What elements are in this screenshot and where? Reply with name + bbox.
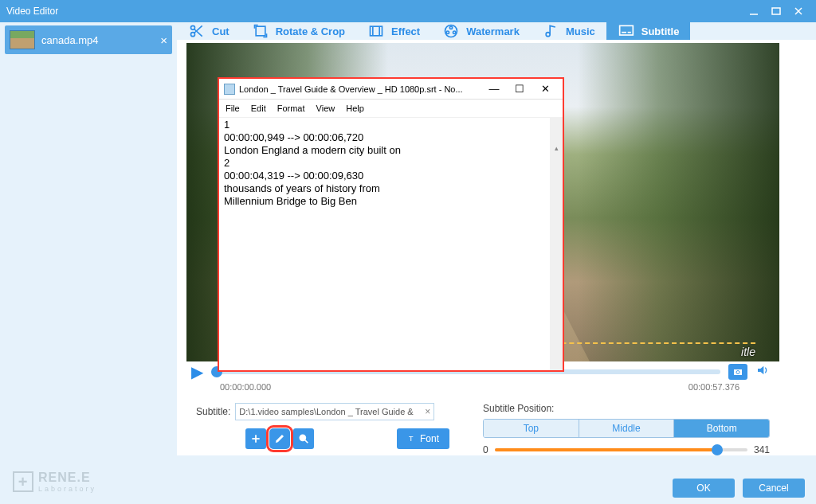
file-close-icon[interactable]: × bbox=[160, 33, 167, 47]
scroll-up-icon[interactable]: ▴ bbox=[550, 142, 563, 154]
app-title: Video Editor bbox=[6, 6, 58, 17]
svg-marker-22 bbox=[758, 366, 763, 375]
reel-icon bbox=[442, 22, 460, 40]
tool-tabs: Cut Rotate & Crop Effect Watermark Music… bbox=[177, 22, 816, 40]
tab-watermark[interactable]: Watermark bbox=[431, 22, 531, 40]
clear-subtitle-icon[interactable]: × bbox=[425, 406, 430, 417]
svg-line-26 bbox=[305, 440, 308, 443]
cancel-button[interactable]: Cancel bbox=[743, 479, 805, 498]
svg-point-15 bbox=[453, 31, 456, 33]
position-middle[interactable]: Middle bbox=[579, 420, 675, 437]
svg-rect-1 bbox=[772, 8, 780, 14]
music-note-icon bbox=[542, 22, 559, 40]
svg-rect-17 bbox=[619, 25, 633, 35]
ok-button[interactable]: OK bbox=[673, 479, 735, 498]
crop-icon bbox=[252, 22, 269, 40]
scissors-icon bbox=[188, 22, 206, 40]
tab-music[interactable]: Music bbox=[531, 22, 606, 40]
plus-icon: + bbox=[13, 471, 33, 492]
file-item[interactable]: canada.mp4 × bbox=[5, 25, 172, 54]
menu-format[interactable]: Format bbox=[277, 104, 305, 113]
tab-rotate-crop[interactable]: Rotate & Crop bbox=[241, 22, 356, 40]
svg-rect-9 bbox=[371, 26, 382, 36]
tab-cut[interactable]: Cut bbox=[177, 22, 241, 40]
tab-subtitle[interactable]: Subtitle bbox=[606, 22, 691, 40]
brand-watermark: + RENE.E Laboratory bbox=[13, 471, 96, 493]
notepad-menubar: File Edit Format View Help bbox=[219, 100, 563, 117]
subtitle-position-label: Subtitle Position: bbox=[483, 403, 770, 414]
svg-point-13 bbox=[450, 26, 453, 29]
time-start: 00:00:00.000 bbox=[220, 382, 271, 392]
snapshot-button[interactable] bbox=[728, 364, 747, 380]
notepad-minimize-button[interactable]: — bbox=[481, 83, 507, 95]
position-top[interactable]: Top bbox=[484, 420, 579, 437]
menu-view[interactable]: View bbox=[316, 104, 335, 113]
subtitle-path-input[interactable] bbox=[235, 403, 434, 420]
notepad-maximize-button[interactable]: ☐ bbox=[507, 83, 532, 95]
notepad-scrollbar[interactable]: ▴ bbox=[550, 118, 563, 370]
add-subtitle-button[interactable] bbox=[245, 428, 266, 449]
position-max: 341 bbox=[754, 444, 770, 455]
menu-file[interactable]: File bbox=[226, 104, 240, 113]
notepad-close-button[interactable]: ✕ bbox=[532, 83, 558, 95]
notepad-window[interactable]: London _ Travel Guide & Overview _ HD 10… bbox=[218, 77, 564, 372]
svg-point-14 bbox=[446, 31, 449, 33]
notepad-app-icon bbox=[224, 84, 235, 95]
svg-point-25 bbox=[300, 435, 305, 440]
subtitle-preview-text: itle bbox=[741, 346, 755, 358]
font-button[interactable]: T Font bbox=[397, 428, 449, 449]
titlebar: Video Editor bbox=[0, 0, 816, 22]
tab-effect[interactable]: Effect bbox=[356, 22, 431, 40]
minimize-button[interactable] bbox=[743, 3, 765, 19]
file-sidebar: canada.mp4 × bbox=[0, 22, 177, 450]
subtitle-path-label: Subtitle: bbox=[196, 406, 230, 417]
notepad-title: London _ Travel Guide & Overview _ HD 10… bbox=[239, 84, 463, 94]
film-icon bbox=[367, 22, 385, 40]
notepad-titlebar[interactable]: London _ Travel Guide & Overview _ HD 10… bbox=[219, 79, 563, 100]
position-tabs: Top Middle Bottom bbox=[483, 419, 770, 438]
volume-icon[interactable] bbox=[755, 364, 770, 380]
search-subtitle-button[interactable] bbox=[293, 428, 314, 449]
position-min: 0 bbox=[483, 444, 488, 455]
subtitle-icon bbox=[618, 22, 635, 40]
menu-help[interactable]: Help bbox=[346, 104, 364, 113]
menu-edit[interactable]: Edit bbox=[251, 104, 266, 113]
svg-text:T: T bbox=[409, 435, 414, 443]
play-button[interactable]: ▶ bbox=[191, 362, 203, 381]
position-bottom[interactable]: Bottom bbox=[674, 420, 769, 437]
maximize-button[interactable] bbox=[765, 3, 787, 19]
dialog-footer: OK Cancel bbox=[673, 479, 805, 498]
file-thumbnail bbox=[10, 30, 35, 49]
notepad-text-area[interactable]: 1 00:00:00,949 --> 00:00:06,720 London E… bbox=[219, 117, 563, 370]
file-name: canada.mp4 bbox=[41, 34, 99, 46]
close-button[interactable] bbox=[787, 3, 810, 19]
position-slider[interactable] bbox=[495, 448, 747, 451]
edit-subtitle-button[interactable] bbox=[269, 428, 290, 449]
time-end: 00:00:57.376 bbox=[688, 382, 740, 392]
svg-rect-8 bbox=[256, 26, 265, 36]
